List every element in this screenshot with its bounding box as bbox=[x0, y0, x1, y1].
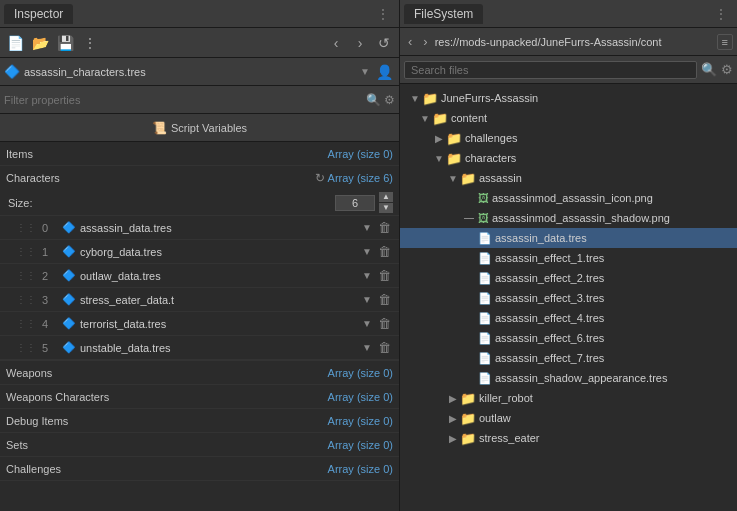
filesystem-tab-menu[interactable]: ⋮ bbox=[709, 5, 733, 23]
list-item[interactable]: 📄 assassin_effect_4.tres bbox=[400, 308, 737, 328]
items-value[interactable]: Array (size 0) bbox=[328, 148, 393, 160]
fs-flat-button[interactable]: ≡ bbox=[717, 34, 733, 50]
item-dropdown-icon[interactable]: ▼ bbox=[362, 246, 372, 257]
list-item[interactable]: 📄 assassin_effect_7.tres bbox=[400, 348, 737, 368]
open-file-button[interactable]: 📂 bbox=[29, 32, 51, 54]
killer-robot-expand-button[interactable]: ▶ bbox=[446, 393, 460, 404]
fs-back-button[interactable]: ‹ bbox=[404, 32, 416, 51]
item-dropdown-icon[interactable]: ▼ bbox=[362, 294, 372, 305]
root-expand-button[interactable]: ▼ bbox=[408, 93, 422, 104]
filter-icons: 🔍 ⚙ bbox=[366, 93, 395, 107]
weapons-value[interactable]: Array (size 0) bbox=[328, 367, 393, 379]
debug-items-value[interactable]: Array (size 0) bbox=[328, 415, 393, 427]
inspector-tab[interactable]: Inspector bbox=[4, 4, 73, 24]
list-item[interactable]: 🖼 assassinmod_assassin_icon.png bbox=[400, 188, 737, 208]
characters-refresh-button[interactable]: ↻ bbox=[312, 171, 328, 185]
resource-type-icon: 🔷 bbox=[4, 64, 20, 79]
list-item[interactable]: 📄 assassin_data.tres bbox=[400, 228, 737, 248]
fs-forward-button[interactable]: › bbox=[419, 32, 431, 51]
list-item[interactable]: 📄 assassin_effect_2.tres bbox=[400, 268, 737, 288]
save-file-button[interactable]: 💾 bbox=[54, 32, 76, 54]
size-label: Size: bbox=[8, 197, 88, 209]
back-button[interactable]: ‹ bbox=[325, 32, 347, 54]
fs-search-button[interactable]: 🔍 bbox=[701, 62, 717, 77]
forward-button[interactable]: › bbox=[349, 32, 371, 54]
outlaw-expand-button[interactable]: ▶ bbox=[446, 413, 460, 424]
new-file-button[interactable]: 📄 bbox=[4, 32, 26, 54]
filesystem-panel: FileSystem ⋮ ‹ › res://mods-unpacked/Jun… bbox=[400, 0, 737, 511]
fs-folder-assassin[interactable]: ▼ 📁 assassin bbox=[400, 168, 737, 188]
resource-bar: 🔷 assassin_characters.tres ▼ 👤 bbox=[0, 58, 399, 86]
outlaw-label: outlaw bbox=[479, 412, 511, 424]
file-label: assassinmod_assassin_icon.png bbox=[492, 192, 653, 204]
fs-search-input[interactable] bbox=[404, 61, 697, 79]
list-item[interactable]: 📄 assassin_effect_3.tres bbox=[400, 288, 737, 308]
history-nav: ‹ › ↺ bbox=[325, 32, 395, 54]
drag-handle-icon[interactable]: ⋮⋮ bbox=[16, 246, 36, 257]
challenges-label: Challenges bbox=[6, 463, 86, 475]
size-increment-button[interactable]: ▲ bbox=[379, 192, 393, 202]
list-item: ⋮⋮ 0 🔷 assassin_data.tres ▼ 🗑 bbox=[0, 216, 399, 240]
inspector-toolbar: 📄 📂 💾 ⋮ ‹ › ↺ bbox=[0, 28, 399, 58]
list-item[interactable]: 📄 assassin_effect_1.tres bbox=[400, 248, 737, 268]
list-item[interactable]: 🖼 assassinmod_assassin_shadow.png bbox=[400, 208, 737, 228]
fs-folder-content[interactable]: ▼ 📁 content bbox=[400, 108, 737, 128]
characters-label: Characters bbox=[6, 172, 308, 184]
item-dropdown-icon[interactable]: ▼ bbox=[362, 342, 372, 353]
script-variables-label: Script Variables bbox=[171, 122, 247, 134]
item-dropdown-icon[interactable]: ▼ bbox=[362, 270, 372, 281]
fs-folder-characters[interactable]: ▼ 📁 characters bbox=[400, 148, 737, 168]
item-dropdown-icon[interactable]: ▼ bbox=[362, 222, 372, 233]
fs-folder-challenges[interactable]: ▶ 📁 challenges bbox=[400, 128, 737, 148]
size-decrement-button[interactable]: ▼ bbox=[379, 203, 393, 213]
challenges-property-row: Challenges Array (size 0) bbox=[0, 457, 399, 481]
weapons-characters-value[interactable]: Array (size 0) bbox=[328, 391, 393, 403]
characters-value[interactable]: Array (size 6) bbox=[328, 172, 393, 184]
file-label: assassin_effect_4.tres bbox=[495, 312, 604, 324]
item-delete-button[interactable]: 🗑 bbox=[376, 268, 393, 283]
characters-expand-button[interactable]: ▼ bbox=[432, 153, 446, 164]
list-item[interactable]: 📄 assassin_shadow_appearance.tres bbox=[400, 368, 737, 388]
item-delete-button[interactable]: 🗑 bbox=[376, 292, 393, 307]
item-delete-button[interactable]: 🗑 bbox=[376, 244, 393, 259]
item-delete-button[interactable]: 🗑 bbox=[376, 340, 393, 355]
drag-handle-icon[interactable]: ⋮⋮ bbox=[16, 318, 36, 329]
filter-options-icon[interactable]: ⚙ bbox=[384, 93, 395, 107]
tres-file-icon: 📄 bbox=[478, 292, 492, 305]
fs-folder-killer-robot[interactable]: ▶ 📁 killer_robot bbox=[400, 388, 737, 408]
drag-handle-icon[interactable]: ⋮⋮ bbox=[16, 294, 36, 305]
item-index: 3 bbox=[42, 294, 58, 306]
drag-handle-icon[interactable]: ⋮⋮ bbox=[16, 342, 36, 353]
characters-header[interactable]: Characters ↻ Array (size 6) bbox=[0, 166, 399, 190]
stress-eater-expand-button[interactable]: ▶ bbox=[446, 433, 460, 444]
search-icon[interactable]: 🔍 bbox=[366, 93, 381, 107]
assassin-expand-button[interactable]: ▼ bbox=[446, 173, 460, 184]
fs-folder-stress-eater[interactable]: ▶ 📁 stress_eater bbox=[400, 428, 737, 448]
file-label: assassin_data.tres bbox=[495, 232, 587, 244]
resource-icon: 🔷 bbox=[62, 269, 76, 282]
tres-file-icon: 📄 bbox=[478, 272, 492, 285]
filesystem-tab[interactable]: FileSystem bbox=[404, 4, 483, 24]
item-dropdown-icon[interactable]: ▼ bbox=[362, 318, 372, 329]
size-input[interactable] bbox=[335, 195, 375, 211]
tres-file-icon: 📄 bbox=[478, 352, 492, 365]
inspector-tab-menu[interactable]: ⋮ bbox=[371, 5, 395, 23]
item-delete-button[interactable]: 🗑 bbox=[376, 316, 393, 331]
challenges-expand-button[interactable]: ▶ bbox=[432, 133, 446, 144]
fs-filter-button[interactable]: ⚙ bbox=[721, 62, 733, 77]
item-delete-button[interactable]: 🗑 bbox=[376, 220, 393, 235]
challenges-value[interactable]: Array (size 0) bbox=[328, 463, 393, 475]
resource-user-button[interactable]: 👤 bbox=[374, 62, 395, 82]
filter-input[interactable] bbox=[4, 94, 362, 106]
history-button[interactable]: ↺ bbox=[373, 32, 395, 54]
content-expand-button[interactable]: ▼ bbox=[418, 113, 432, 124]
list-item[interactable]: 📄 assassin_effect_6.tres bbox=[400, 328, 737, 348]
fs-tree-root[interactable]: ▼ 📁 JuneFurrs-Assassin bbox=[400, 88, 737, 108]
sets-value[interactable]: Array (size 0) bbox=[328, 439, 393, 451]
drag-handle-icon[interactable]: ⋮⋮ bbox=[16, 222, 36, 233]
characters-folder-icon: 📁 bbox=[446, 151, 462, 166]
more-options-button[interactable]: ⋮ bbox=[79, 32, 101, 54]
resource-dropdown-icon[interactable]: ▼ bbox=[360, 66, 370, 77]
drag-handle-icon[interactable]: ⋮⋮ bbox=[16, 270, 36, 281]
fs-folder-outlaw[interactable]: ▶ 📁 outlaw bbox=[400, 408, 737, 428]
